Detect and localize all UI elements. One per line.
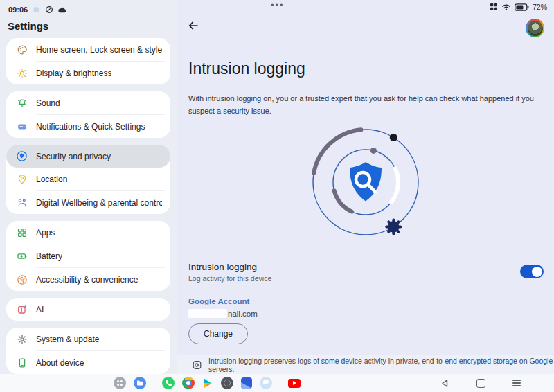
nav-menu-button[interactable] [510, 377, 523, 389]
nav-back-button[interactable] [438, 377, 451, 389]
sidebar-item-label: Accessibility & convenience [36, 275, 138, 285]
sidebar-item-battery[interactable]: Battery [6, 244, 170, 267]
sidebar-item-location[interactable]: Location [6, 168, 170, 190]
account-avatar[interactable] [526, 19, 544, 37]
sidebar-card-personalization: Home screen, Lock screen & style Display… [6, 38, 170, 84]
nav-menu-icon [512, 380, 521, 386]
sidebar-item-label: AI [36, 305, 44, 314]
cloud-icon [57, 6, 67, 14]
sidebar-item-notifications[interactable]: Notifications & Quick Settings [6, 115, 170, 138]
sidebar-item-label: Home screen, Lock screen & style [36, 45, 162, 55]
google-account-heading: Google Account [188, 297, 249, 305]
dnd-icon [45, 6, 53, 14]
inner-gray-arc [334, 190, 352, 211]
nav-home-icon [476, 379, 485, 388]
youtube-icon[interactable] [288, 379, 301, 388]
account-email: nail.com [188, 309, 258, 318]
dock-divider [280, 378, 280, 388]
settings-sidebar: 09:06 Settings Home screen, Lock screen … [0, 0, 177, 392]
sidebar-item-system-update[interactable]: System & update [6, 328, 170, 350]
sidebar-item-label: Notifications & Quick Settings [36, 122, 145, 132]
page-description: With intrusion logging on, you or a trus… [188, 93, 538, 117]
sidebar-item-label: Battery [36, 251, 62, 261]
sidebar-card-apps-battery: Apps Battery Accessibility & convenience [6, 221, 170, 291]
accessibility-icon [16, 274, 28, 285]
sidebar-item-home-screen[interactable]: Home screen, Lock screen & style [6, 38, 170, 61]
sidebar-item-label: Apps [36, 228, 55, 238]
sidebar-item-sound[interactable]: Sound [6, 91, 170, 114]
footer-note: Intrusion logging preserves logs of some… [177, 355, 554, 374]
sidebar-item-label: Sound [36, 98, 60, 108]
sidebar-item-label: Security and privacy [36, 152, 111, 161]
page-title: Settings [8, 20, 177, 32]
wellbeing-icon [16, 197, 28, 208]
sidebar-item-about-device[interactable]: About device [6, 351, 170, 374]
window-drag-handle[interactable]: ••• [271, 0, 285, 10]
sidebar-item-ai[interactable]: AI [6, 298, 170, 321]
change-account-button[interactable]: Change [188, 323, 248, 344]
intrusion-logging-panel: ••• 72% Intrusion logging With intrusion… [177, 0, 554, 392]
switch-knob [532, 267, 542, 277]
chrome-icon[interactable] [182, 377, 195, 389]
battery-icon [515, 3, 529, 11]
gallery-app-icon[interactable] [241, 377, 252, 389]
sidebar-item-apps[interactable]: Apps [6, 221, 170, 244]
sidebar-item-security-privacy[interactable]: Security and privacy [6, 145, 170, 168]
palette-icon [16, 44, 28, 55]
back-arrow-icon [187, 19, 199, 32]
gear-node [386, 220, 400, 234]
wifi-icon [501, 3, 511, 11]
toggle-sublabel: Log activity for this device [188, 274, 544, 283]
nav-buttons [438, 376, 523, 390]
app-drawer-icon[interactable] [114, 377, 126, 389]
battery-app-icon [16, 250, 28, 262]
taskbar [0, 374, 554, 392]
sidebar-item-label: Display & brightness [36, 69, 111, 78]
clock: 09:06 [8, 6, 28, 14]
weather-app-icon[interactable] [260, 377, 272, 389]
gear-icon [16, 333, 28, 345]
settings-app-window: 09:06 Settings Home screen, Lock screen … [0, 0, 554, 392]
sun-icon [16, 67, 28, 79]
encrypted-storage-icon [193, 360, 202, 370]
nav-home-button[interactable] [474, 377, 487, 389]
weather-icon [32, 5, 41, 14]
play-store-icon[interactable] [202, 377, 213, 389]
dock-divider [154, 378, 154, 388]
notifications-icon [16, 121, 28, 132]
back-button[interactable] [186, 18, 201, 33]
orbit-dot-gray [370, 148, 376, 154]
sidebar-card-sound-notifications: Sound Notifications & Quick Settings [6, 91, 170, 138]
sidebar-item-label: System & update [36, 335, 99, 344]
sidebar-item-display[interactable]: Display & brightness [6, 62, 170, 84]
phone-icon [16, 357, 28, 368]
intrusion-logging-switch[interactable] [520, 265, 544, 278]
shield-icon [16, 150, 28, 162]
sidebar-item-label: Location [36, 175, 67, 184]
sidebar-item-digital-wellbeing[interactable]: Digital Wellbeing & parental controls [6, 191, 170, 214]
app-grid-icon [490, 3, 498, 11]
battery-percent: 72% [533, 3, 547, 11]
sidebar-card-system: System & update About device [6, 328, 170, 374]
toggle-label: Intrusion logging [188, 262, 544, 272]
status-bar-left: 09:06 [0, 0, 177, 15]
sidebar-card-ai: AI [6, 298, 170, 321]
inner-white-arc [391, 168, 398, 202]
shield-shape [350, 162, 382, 202]
sidebar-card-security-privacy: Security and privacy Location Digital We… [6, 145, 170, 214]
nav-back-icon [440, 379, 449, 388]
sidebar-item-label: Digital Wellbeing & parental controls [36, 198, 162, 208]
avatar-photo [528, 21, 543, 36]
sidebar-item-accessibility[interactable]: Accessibility & convenience [6, 268, 170, 291]
location-pin-icon [16, 173, 28, 185]
intrusion-logging-toggle-row[interactable]: Intrusion logging Log activity for this … [188, 262, 544, 288]
status-bar-right: 72% [490, 3, 547, 11]
intrusion-logging-illustration [300, 116, 431, 248]
files-app-icon[interactable] [134, 377, 146, 389]
email-redaction [188, 309, 227, 318]
camera-app-icon[interactable] [221, 377, 233, 389]
ai-icon [16, 303, 28, 315]
bell-icon [16, 97, 28, 109]
whatsapp-icon[interactable] [162, 377, 175, 389]
footer-note-text: Intrusion logging preserves logs of some… [208, 357, 554, 373]
